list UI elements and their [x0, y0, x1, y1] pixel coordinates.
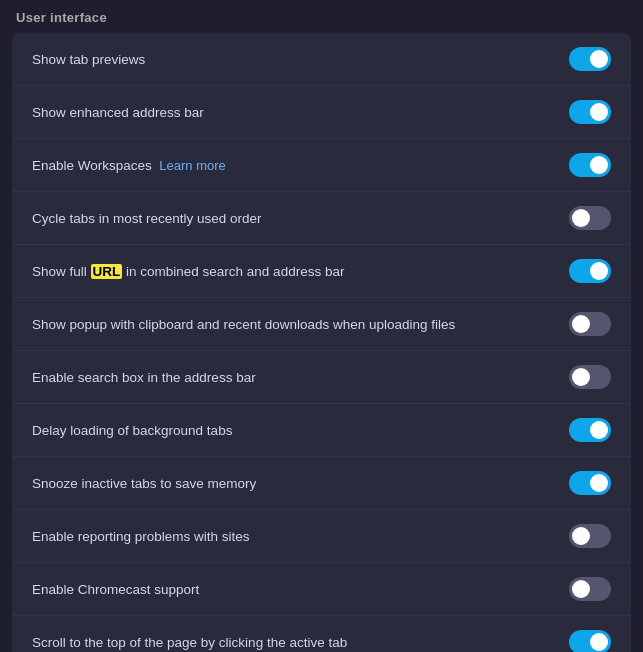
setting-label-delay-loading-background-tabs: Delay loading of background tabs: [32, 423, 569, 438]
setting-row-show-enhanced-address-bar: Show enhanced address bar: [12, 86, 631, 139]
settings-list: Show tab previews Show enhanced address …: [12, 33, 631, 652]
setting-row-show-full-url: Show full URL in combined search and add…: [12, 245, 631, 298]
setting-label-scroll-top-active-tab: Scroll to the top of the page by clickin…: [32, 635, 569, 650]
setting-row-enable-search-box: Enable search box in the address bar: [12, 351, 631, 404]
setting-label-enable-search-box: Enable search box in the address bar: [32, 370, 569, 385]
toggle-show-enhanced-address-bar[interactable]: [569, 100, 611, 124]
setting-label-snooze-inactive-tabs: Snooze inactive tabs to save memory: [32, 476, 569, 491]
setting-label-enable-workspaces: Enable Workspaces Learn more: [32, 158, 569, 173]
toggle-delay-loading-background-tabs[interactable]: [569, 418, 611, 442]
toggle-enable-reporting-problems[interactable]: [569, 524, 611, 548]
setting-row-enable-chromecast: Enable Chromecast support: [12, 563, 631, 616]
setting-label-enable-reporting-problems: Enable reporting problems with sites: [32, 529, 569, 544]
setting-label-show-enhanced-address-bar: Show enhanced address bar: [32, 105, 569, 120]
setting-row-enable-workspaces: Enable Workspaces Learn more: [12, 139, 631, 192]
toggle-scroll-top-active-tab[interactable]: [569, 630, 611, 652]
setting-row-enable-reporting-problems: Enable reporting problems with sites: [12, 510, 631, 563]
toggle-enable-search-box[interactable]: [569, 365, 611, 389]
setting-label-show-popup-clipboard: Show popup with clipboard and recent dow…: [32, 317, 569, 332]
setting-row-cycle-tabs: Cycle tabs in most recently used order: [12, 192, 631, 245]
setting-row-snooze-inactive-tabs: Snooze inactive tabs to save memory: [12, 457, 631, 510]
url-highlight: URL: [91, 264, 123, 279]
setting-label-show-tab-previews: Show tab previews: [32, 52, 569, 67]
setting-row-scroll-top-active-tab: Scroll to the top of the page by clickin…: [12, 616, 631, 652]
setting-label-enable-chromecast: Enable Chromecast support: [32, 582, 569, 597]
toggle-show-full-url[interactable]: [569, 259, 611, 283]
setting-row-show-tab-previews: Show tab previews: [12, 33, 631, 86]
learn-more-link[interactable]: Learn more: [159, 158, 225, 173]
toggle-cycle-tabs[interactable]: [569, 206, 611, 230]
setting-row-delay-loading-background-tabs: Delay loading of background tabs: [12, 404, 631, 457]
toggle-show-tab-previews[interactable]: [569, 47, 611, 71]
toggle-show-popup-clipboard[interactable]: [569, 312, 611, 336]
setting-row-show-popup-clipboard: Show popup with clipboard and recent dow…: [12, 298, 631, 351]
section-title: User interface: [0, 0, 643, 33]
toggle-enable-chromecast[interactable]: [569, 577, 611, 601]
toggle-enable-workspaces[interactable]: [569, 153, 611, 177]
setting-label-show-full-url: Show full URL in combined search and add…: [32, 264, 569, 279]
toggle-snooze-inactive-tabs[interactable]: [569, 471, 611, 495]
setting-label-cycle-tabs: Cycle tabs in most recently used order: [32, 211, 569, 226]
